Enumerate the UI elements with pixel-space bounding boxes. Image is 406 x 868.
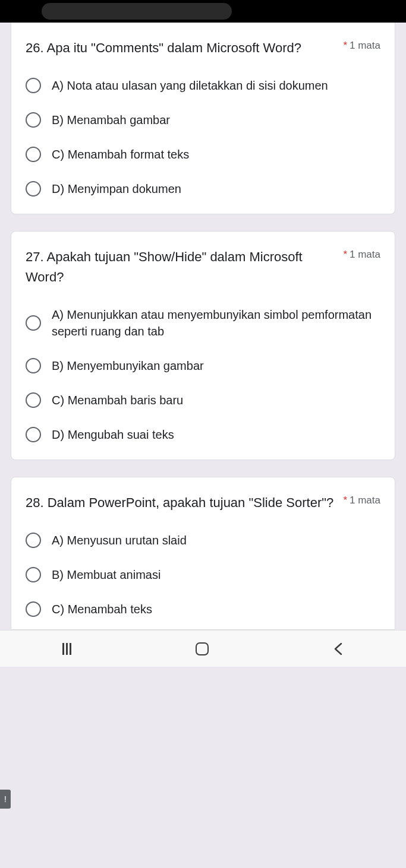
question-card-28: 28. Dalam PowerPoint, apakah tujuan "Sli… [11,477,395,630]
option-label: D) Menyimpan dokumen [52,180,181,197]
option-c[interactable]: C) Menambah baris baru [26,392,380,408]
radio-icon [26,601,41,617]
question-header: 27. Apakah tujuan "Show/Hide" dalam Micr… [26,247,380,287]
back-button[interactable] [333,642,344,656]
radio-icon [26,567,41,582]
points-text: 1 mata [350,40,380,51]
required-asterisk: * [343,40,347,51]
option-a[interactable]: A) Nota atau ulasan yang diletakkan di s… [26,77,380,94]
options-group: A) Menyusun urutan slaid B) Membuat anim… [26,532,380,617]
option-label: B) Menyembunyikan gambar [52,357,204,374]
radio-icon [26,181,41,197]
question-points: *1 mata [343,495,380,506]
option-c[interactable]: C) Menambah teks [26,601,380,617]
radio-icon [26,112,41,128]
option-a[interactable]: A) Menunjukkan atau menyembunyikan simbo… [26,306,380,340]
option-label: B) Membuat animasi [52,566,160,583]
recents-button[interactable] [62,643,71,655]
radio-icon [26,358,41,373]
points-text: 1 mata [350,249,380,260]
option-label: B) Menambah gambar [52,112,170,128]
option-d[interactable]: D) Mengubah suai teks [26,426,380,443]
browser-top-bar [0,0,406,23]
question-title: 26. Apa itu "Comments" dalam Microsoft W… [26,38,336,58]
option-d[interactable]: D) Menyimpan dokumen [26,180,380,197]
question-title: 28. Dalam PowerPoint, apakah tujuan "Sli… [26,493,336,513]
radio-icon [26,427,41,442]
question-header: 26. Apa itu "Comments" dalam Microsoft W… [26,38,380,58]
option-label: C) Menambah teks [52,601,152,617]
points-text: 1 mata [350,495,380,506]
options-group: A) Menunjukkan atau menyembunyikan simbo… [26,306,380,443]
question-card-26: 26. Apa itu "Comments" dalam Microsoft W… [11,23,395,214]
radio-icon [26,147,41,162]
radio-icon [26,392,41,408]
radio-icon [26,533,41,548]
question-points: *1 mata [343,249,380,261]
option-label: A) Menyusun urutan slaid [52,532,187,549]
option-a[interactable]: A) Menyusun urutan slaid [26,532,380,549]
radio-icon [26,78,41,93]
option-c[interactable]: C) Menambah format teks [26,146,380,163]
system-nav-bar [0,630,406,667]
home-button[interactable] [196,642,209,655]
option-label: C) Menambah baris baru [52,392,183,408]
option-label: D) Mengubah suai teks [52,426,174,443]
required-asterisk: * [343,495,347,506]
option-label: C) Menambah format teks [52,146,189,163]
options-group: A) Nota atau ulasan yang diletakkan di s… [26,77,380,197]
option-b[interactable]: B) Menyembunyikan gambar [26,357,380,374]
option-label: A) Menunjukkan atau menyembunyikan simbo… [52,306,380,340]
question-header: 28. Dalam PowerPoint, apakah tujuan "Sli… [26,493,380,513]
form-content: 26. Apa itu "Comments" dalam Microsoft W… [0,23,406,630]
url-bar[interactable] [42,3,232,20]
option-b[interactable]: B) Membuat animasi [26,566,380,583]
option-b[interactable]: B) Menambah gambar [26,112,380,128]
question-points: *1 mata [343,40,380,52]
option-label: A) Nota atau ulasan yang diletakkan di s… [52,77,328,94]
radio-icon [26,315,41,331]
question-title: 27. Apakah tujuan "Show/Hide" dalam Micr… [26,247,336,287]
required-asterisk: * [343,249,347,260]
question-card-27: 27. Apakah tujuan "Show/Hide" dalam Micr… [11,231,395,460]
